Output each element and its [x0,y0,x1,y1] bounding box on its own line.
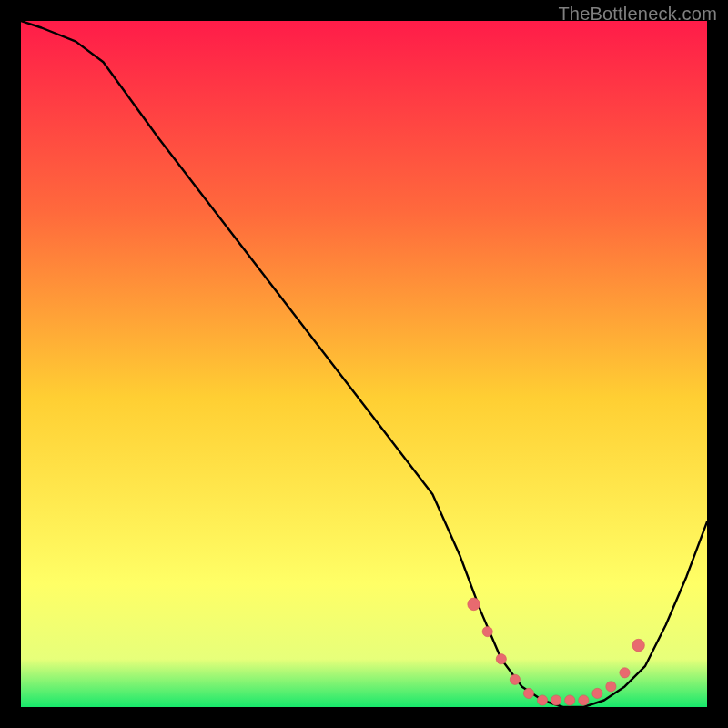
plot-area [21,21,707,707]
marker-dot [579,695,589,705]
chart-svg [21,21,707,707]
marker-dot [565,695,575,705]
marker-dot [496,654,506,664]
marker-dot [592,688,602,698]
marker-dot [606,682,616,692]
marker-dot [551,695,561,705]
gradient-background [21,21,707,707]
marker-dot [620,668,630,678]
marker-dot [482,627,492,637]
marker-dot [468,598,480,611]
marker-dot [523,688,533,698]
marker-dot [537,695,547,705]
chart-frame: TheBottleneck.com [0,0,728,728]
marker-dot [510,674,520,684]
marker-dot [632,639,645,652]
